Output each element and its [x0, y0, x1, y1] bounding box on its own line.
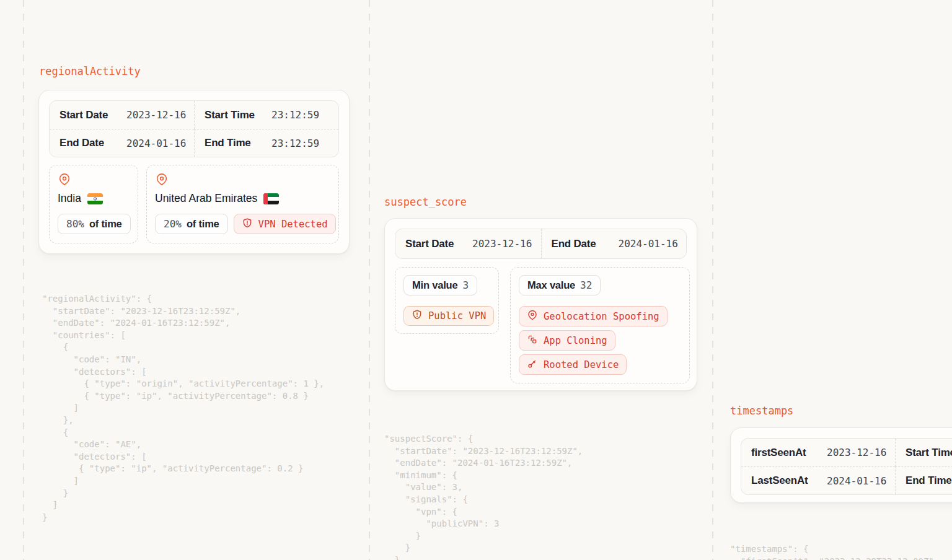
min-value-pill: Min value 3 [403, 275, 477, 295]
last-seen-cell: LastSeenAt 2024-01-16 [741, 466, 895, 494]
percent-value: 80% [66, 218, 84, 230]
map-pin-icon [155, 173, 330, 186]
suspect-score-title: suspect_score [384, 195, 467, 209]
timestamps-title: timestamps [730, 404, 793, 418]
country-name: India [58, 192, 81, 205]
map-pin-icon [58, 173, 130, 186]
vpn-detected-badge: VPN Detected [234, 214, 336, 234]
activity-percent-pill: 80% of time [58, 214, 131, 234]
start-time-label: Start Time [205, 109, 264, 121]
uae-flag-icon [263, 193, 279, 204]
shield-alert-icon [412, 309, 423, 323]
timestamps-table: firstSeenAt 2023-12-16 Start Time LastSe… [741, 438, 952, 495]
end-date-value: 2024-01-16 [619, 238, 678, 250]
rooted-device-chip: Rooted Device [519, 354, 627, 375]
start-date-value: 2023-12-16 [472, 238, 532, 250]
start-time-label: Start Time [906, 447, 952, 459]
public-vpn-chip: Public VPN [403, 306, 494, 326]
start-date-label: Start Date [405, 238, 465, 250]
end-date-label: End Date [552, 238, 611, 250]
max-value-pill: Max value 32 [519, 275, 601, 295]
suspect-date-range-table: Start Date 2023-12-16 End Date 2024-01-1… [395, 229, 687, 259]
end-time-label: End Time [906, 475, 952, 487]
country-name: United Arab Emirates [155, 192, 257, 205]
regional-activity-json-code: "regionalActivity": { "startDate": "2023… [42, 293, 324, 523]
copy-icon [527, 334, 538, 348]
max-value-box: Max value 32 Geolocation Spoofing App Cl… [510, 267, 690, 383]
end-date-cell: End Date 2024-01-16 [50, 129, 194, 157]
percent-value: 20% [164, 218, 182, 230]
india-flag-icon [87, 193, 103, 204]
regional-date-range-table: Start Date 2023-12-16 Start Time 23:12:5… [49, 100, 339, 157]
suspect-score-json-code: "suspectScore": { "startDate": "2023-12-… [384, 433, 583, 560]
end-date-value: 2024-01-16 [126, 138, 186, 149]
max-value-label: Max value [527, 279, 575, 291]
regional-activity-title: regionalActivity [39, 64, 141, 78]
badge-label: VPN Detected [258, 219, 328, 230]
regional-activity-card: Start Date 2023-12-16 Start Time 23:12:5… [38, 90, 350, 254]
end-time-label: End Time [205, 137, 264, 149]
activity-percent-pill: 20% of time [155, 214, 228, 234]
chip-label: Rooted Device [544, 359, 619, 370]
percent-suffix: of time [89, 218, 122, 230]
first-seen-cell: firstSeenAt 2023-12-16 [741, 439, 895, 466]
percent-suffix: of time [187, 218, 219, 230]
geolocation-spoofing-chip: Geolocation Spoofing [519, 306, 668, 326]
min-value: 3 [462, 279, 469, 291]
end-time-value: 23:12:59 [271, 138, 319, 149]
last-seen-value: 2024-01-16 [827, 475, 886, 487]
suspect-score-card: Start Date 2023-12-16 End Date 2024-01-1… [384, 218, 697, 391]
start-time-cell: Start Time [895, 439, 952, 466]
start-time-cell: Start Time 23:12:59 [194, 101, 338, 129]
end-time-cell: End Time [895, 466, 952, 494]
chip-label: Public VPN [428, 310, 486, 322]
last-seen-label: LastSeenAt [751, 475, 819, 487]
min-value-box: Min value 3 Public VPN [395, 267, 499, 334]
canvas-guide-line-right [712, 0, 713, 560]
shield-alert-icon [242, 217, 253, 231]
map-pin-icon [527, 310, 538, 323]
timestamps-card: firstSeenAt 2023-12-16 Start Time LastSe… [730, 427, 952, 503]
country-card-uae: United Arab Emirates 20% of time VPN Det… [146, 165, 339, 243]
key-icon [527, 358, 538, 372]
first-seen-value: 2023-12-16 [827, 447, 886, 458]
start-date-cell: Start Date 2023-12-16 [50, 101, 194, 129]
start-time-value: 23:12:59 [271, 109, 319, 121]
start-date-value: 2023-12-16 [126, 109, 186, 121]
start-date-cell: Start Date 2023-12-16 [395, 229, 541, 258]
chip-label: App Cloning [544, 335, 607, 346]
min-value-label: Min value [412, 279, 457, 291]
end-time-cell: End Time 23:12:59 [194, 129, 338, 157]
timestamps-json-code: "timestamps": { "firstSeenAt": "2023-12-… [730, 543, 934, 560]
end-date-cell: End Date 2024-01-16 [541, 229, 687, 258]
country-card-india: India 80% of time [49, 165, 138, 243]
app-cloning-chip: App Cloning [519, 330, 615, 351]
first-seen-label: firstSeenAt [751, 447, 819, 459]
canvas-guide-line-left [23, 0, 24, 560]
chip-label: Geolocation Spoofing [544, 311, 659, 322]
end-date-label: End Date [60, 137, 119, 149]
max-value: 32 [580, 279, 592, 291]
start-date-label: Start Date [60, 109, 119, 121]
canvas-guide-line-middle [369, 0, 370, 560]
